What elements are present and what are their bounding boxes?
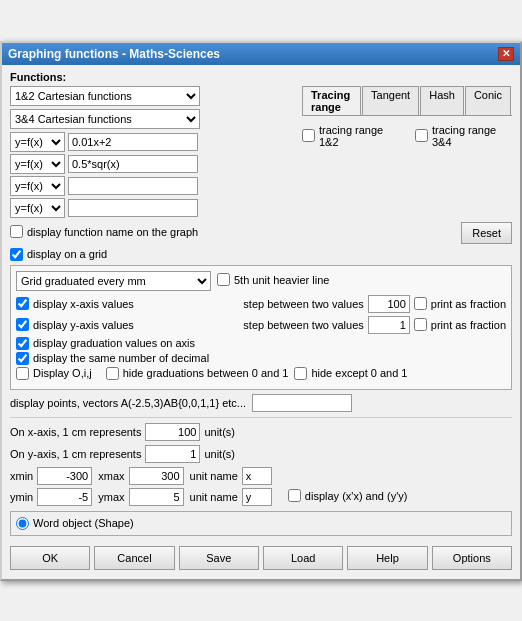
display-y-axis-label: display y-axis values: [33, 319, 134, 331]
yfx-select-1[interactable]: y=f(x): [10, 132, 65, 152]
func-row-4: y=f(x): [10, 198, 294, 218]
word-object-label: Word object (Shape): [33, 517, 134, 529]
close-button[interactable]: ✕: [498, 47, 514, 61]
x-frac-checkbox[interactable]: [414, 297, 427, 310]
tracing-checkbox-2[interactable]: [415, 129, 428, 142]
reset-button[interactable]: Reset: [461, 222, 512, 244]
y-frac-checkbox[interactable]: [414, 318, 427, 331]
fifth-unit-checkbox[interactable]: [217, 273, 230, 286]
display-function-name-row: display function name on the graph: [10, 225, 198, 238]
main-window: Graphing functions - Maths-Sciences ✕ Fu…: [0, 41, 522, 581]
load-button[interactable]: Load: [263, 546, 343, 570]
func-input-2[interactable]: [68, 155, 198, 173]
func-select-1[interactable]: 1&2 Cartesian functions 3&4 Cartesian fu…: [10, 86, 200, 106]
display-xy-label: display (x'x) and (y'y): [305, 490, 408, 502]
word-object-section: Word object (Shape): [10, 511, 512, 536]
display-same-decimal-row: display the same number of decimal: [16, 352, 506, 365]
tab-conic[interactable]: Conic: [465, 86, 511, 115]
yaxis-input[interactable]: [145, 445, 200, 463]
yfx-select-2[interactable]: y=f(x): [10, 154, 65, 174]
func-row-1: y=f(x): [10, 132, 294, 152]
yaxis-unit: unit(s): [204, 448, 235, 460]
tab-hash[interactable]: Hash: [420, 86, 464, 115]
ymax-input[interactable]: [129, 488, 184, 506]
func-select-2[interactable]: 1&2 Cartesian functions 3&4 Cartesian fu…: [10, 109, 200, 129]
yaxis-represent-row: On y-axis, 1 cm represents unit(s): [10, 445, 512, 463]
yfx-select-3[interactable]: y=f(x): [10, 176, 65, 196]
display-graduation-checkbox[interactable]: [16, 337, 29, 350]
cancel-button[interactable]: Cancel: [94, 546, 174, 570]
display-on-grid-label: display on a grid: [27, 248, 107, 260]
xunit-label: unit name: [190, 470, 238, 482]
display-points-label: display points, vectors A(-2.5,3)AB{0,0,…: [10, 397, 246, 409]
x-step-label: step between two values: [243, 298, 363, 310]
yfx-select-4[interactable]: y=f(x): [10, 198, 65, 218]
ymin-label: ymin: [10, 491, 33, 503]
grid-select[interactable]: Grid graduated every mm Grid graduated e…: [16, 271, 211, 291]
display-x-axis-checkbox[interactable]: [16, 297, 29, 310]
tracing-label-1: tracing range 1&2: [319, 124, 399, 148]
tab-tangent[interactable]: Tangent: [362, 86, 419, 115]
display-points-row: display points, vectors A(-2.5,3)AB{0,0,…: [10, 394, 512, 412]
display-xy-checkbox[interactable]: [288, 489, 301, 502]
xunit-row: unit name: [190, 467, 272, 485]
tabs-bar: Tracing range Tangent Hash Conic: [302, 86, 512, 116]
xmax-input[interactable]: [129, 467, 184, 485]
display-graduation-row: display graduation values on axis: [16, 337, 506, 350]
display-graduation-label: display graduation values on axis: [33, 337, 195, 349]
display-on-grid-checkbox[interactable]: [10, 248, 23, 261]
tracing-check-2: tracing range 3&4: [415, 124, 512, 148]
window-title: Graphing functions - Maths-Sciences: [8, 47, 220, 61]
save-button[interactable]: Save: [179, 546, 259, 570]
fifth-unit-label: 5th unit heavier line: [234, 274, 329, 286]
display-same-decimal-label: display the same number of decimal: [33, 352, 209, 364]
y-step-input[interactable]: [368, 316, 410, 334]
hide-except-checkbox[interactable]: [294, 367, 307, 380]
tracing-checkbox-1[interactable]: [302, 129, 315, 142]
func-input-4[interactable]: [68, 199, 198, 217]
xaxis-input[interactable]: [145, 423, 200, 441]
hide-except-row: hide except 0 and 1: [294, 367, 407, 380]
display-same-decimal-checkbox[interactable]: [16, 352, 29, 365]
options-button[interactable]: Options: [432, 546, 512, 570]
functions-label: Functions:: [10, 71, 512, 83]
xaxis-unit: unit(s): [204, 426, 235, 438]
yunit-label: unit name: [190, 491, 238, 503]
ok-button[interactable]: OK: [10, 546, 90, 570]
ymax-row: ymax: [98, 488, 183, 506]
yunit-row: unit name: [190, 488, 272, 506]
xunit-input[interactable]: [242, 467, 272, 485]
xmin-input[interactable]: [37, 467, 92, 485]
tracing-check-1: tracing range 1&2: [302, 124, 399, 148]
title-bar: Graphing functions - Maths-Sciences ✕: [2, 43, 520, 65]
ymin-input[interactable]: [37, 488, 92, 506]
x-step-input[interactable]: [368, 295, 410, 313]
hide-graduations-label: hide graduations between 0 and 1: [123, 367, 289, 379]
display-x-axis-label: display x-axis values: [33, 298, 134, 310]
xmin-row: xmin: [10, 467, 92, 485]
display-points-input[interactable]: [252, 394, 352, 412]
yunit-input[interactable]: [242, 488, 272, 506]
display-oij-checkbox[interactable]: [16, 367, 29, 380]
display-on-grid-row: display on a grid: [10, 248, 512, 261]
hide-graduations-row: hide graduations between 0 and 1: [106, 367, 289, 380]
ymax-label: ymax: [98, 491, 124, 503]
y-frac-label: print as fraction: [431, 319, 506, 331]
y-axis-step-row: display y-axis values step between two v…: [16, 316, 506, 334]
hide-graduations-checkbox[interactable]: [106, 367, 119, 380]
tab-tracing-range[interactable]: Tracing range: [302, 86, 361, 115]
func-input-3[interactable]: [68, 177, 198, 195]
x-axis-step-row: display x-axis values step between two v…: [16, 295, 506, 313]
help-button[interactable]: Help: [347, 546, 427, 570]
func-input-1[interactable]: [68, 133, 198, 151]
display-xy-row: display (x'x) and (y'y): [288, 489, 408, 502]
xaxis-represent-row: On x-axis, 1 cm represents unit(s): [10, 423, 512, 441]
x-frac-label: print as fraction: [431, 298, 506, 310]
separator-1: [10, 417, 512, 418]
display-y-axis-checkbox[interactable]: [16, 318, 29, 331]
ymin-row: ymin: [10, 488, 92, 506]
display-function-name-checkbox[interactable]: [10, 225, 23, 238]
word-object-radio[interactable]: [16, 517, 29, 530]
display-oij-label: Display O,i,j: [33, 367, 92, 379]
xmax-label: xmax: [98, 470, 124, 482]
